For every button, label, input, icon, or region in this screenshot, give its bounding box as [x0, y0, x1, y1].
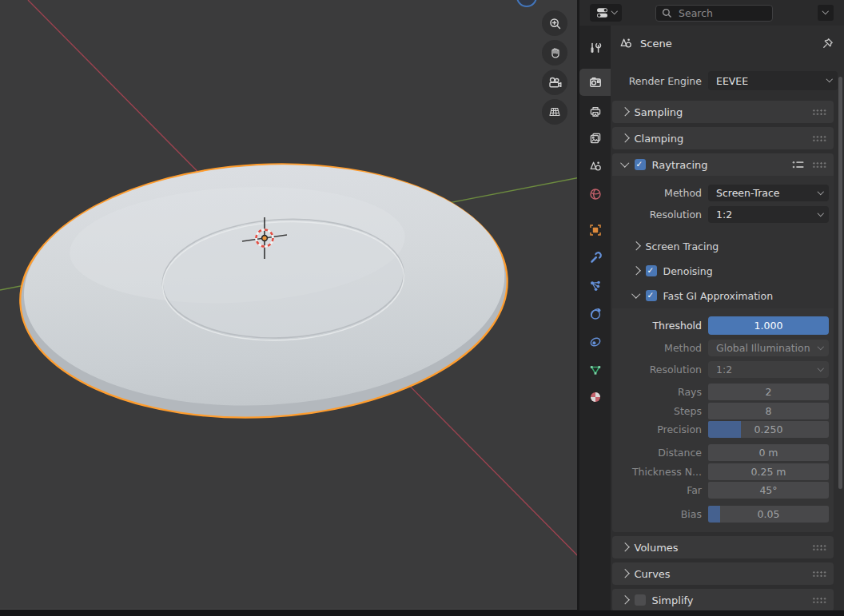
status-bar: [0, 610, 844, 616]
render-icon: [588, 75, 603, 89]
thickness-label: Thickness N...: [612, 466, 702, 478]
panel-title: Curves: [635, 568, 671, 580]
presets-menu-icon[interactable]: [792, 160, 804, 170]
3d-viewport[interactable]: [0, 0, 577, 610]
method-dropdown[interactable]: Screen-Trace: [708, 185, 829, 201]
thickness-value: 0.25 m: [751, 466, 786, 478]
properties-header: [579, 0, 844, 26]
tab-object-data[interactable]: [579, 356, 611, 384]
panel-volumes: Volumes: [612, 536, 834, 558]
chevron-down-icon: [822, 8, 829, 14]
raytracing-checkbox[interactable]: [635, 159, 646, 170]
tab-render[interactable]: [579, 69, 611, 96]
denoising-checkbox[interactable]: [646, 265, 657, 276]
simplify-checkbox[interactable]: [635, 594, 646, 606]
threshold-label: Threshold: [612, 320, 702, 332]
subpanel-denoising-header[interactable]: Denoising: [633, 262, 834, 280]
precision-field: 0.250: [708, 421, 829, 438]
drag-grip-icon[interactable]: [812, 109, 826, 115]
chevron-down-icon: [817, 189, 823, 195]
perspective-grid-button[interactable]: [542, 99, 567, 125]
resolution-value: 1:2: [716, 209, 815, 221]
camera-icon: [547, 76, 563, 89]
panel-simplify: Simplify: [612, 589, 834, 610]
subpanel-fast-gi-header[interactable]: Fast GI Approximation: [633, 287, 834, 304]
hand-icon: [548, 46, 562, 60]
chevron-down-icon: [826, 76, 832, 82]
tab-scene[interactable]: [579, 153, 611, 180]
chevron-down-icon: [620, 159, 629, 168]
zoom-button[interactable]: [542, 10, 567, 36]
chevron-right-icon: [631, 242, 640, 251]
method-label: Method: [612, 187, 702, 199]
render-engine-dropdown[interactable]: EEVEE: [708, 71, 838, 90]
properties-main: Scene Render Engine EEVEE: [611, 26, 844, 610]
tab-particles[interactable]: [579, 272, 611, 300]
scene-icon: [619, 36, 633, 50]
world-icon: [588, 187, 603, 201]
raytracing-body: Method Screen-Trace Resolution 1:2: [612, 176, 834, 532]
bias-label: Bias: [612, 508, 702, 520]
panel-simplify-header[interactable]: Simplify: [612, 589, 834, 610]
panel-clamping-header[interactable]: Clamping: [612, 127, 834, 149]
subpanel-screen-tracing-header[interactable]: Screen Tracing: [633, 237, 834, 255]
panel-raytracing-header[interactable]: Raytracing: [612, 153, 834, 176]
gi-method-row: Method Global Illumination: [612, 340, 834, 356]
search-icon: [662, 8, 672, 18]
drag-grip-icon[interactable]: [812, 161, 826, 168]
editor-type-button[interactable]: [590, 4, 622, 22]
tab-material[interactable]: [579, 384, 611, 411]
thickness-row: Thickness N... 0.25 m: [612, 463, 834, 480]
pan-button[interactable]: [542, 40, 567, 66]
panel-raytracing: Raytracing Method: [612, 153, 834, 532]
drag-grip-icon[interactable]: [812, 135, 826, 141]
tab-tool[interactable]: [579, 34, 611, 62]
search-input[interactable]: [677, 6, 760, 20]
properties-editor: Scene Render Engine EEVEE: [577, 0, 844, 610]
scrollbar[interactable]: [838, 77, 842, 489]
chevron-right-icon: [631, 267, 640, 276]
rays-field: 2: [708, 384, 829, 400]
resolution-label: Resolution: [612, 209, 702, 221]
fast-gi-checkbox[interactable]: [646, 290, 657, 301]
drag-grip-icon[interactable]: [812, 570, 826, 577]
chevron-right-icon: [620, 543, 629, 552]
camera-view-button[interactable]: [542, 70, 567, 95]
selected-object-plate[interactable]: [14, 152, 514, 429]
chevron-right-icon: [620, 108, 629, 117]
object-icon: [588, 223, 603, 237]
panel-curves-header[interactable]: Curves: [612, 562, 834, 585]
panel-menu-button[interactable]: [818, 5, 834, 21]
tab-view-layer[interactable]: [579, 125, 611, 152]
threshold-value: 1.000: [754, 320, 783, 332]
properties-editor-icon: [595, 6, 610, 20]
far-row: Far 45°: [612, 482, 834, 499]
panel-volumes-header[interactable]: Volumes: [612, 536, 834, 558]
precision-label: Precision: [612, 423, 702, 435]
tab-object[interactable]: [579, 217, 611, 244]
far-label: Far: [612, 484, 702, 496]
panel-sampling: Sampling: [612, 101, 834, 123]
tab-modifiers[interactable]: [579, 244, 611, 272]
chevron-down-icon: [817, 344, 823, 350]
resolution-dropdown[interactable]: 1:2: [708, 206, 829, 223]
distance-row: Distance 0 m: [612, 444, 834, 461]
bias-row: Bias 0.05: [612, 506, 834, 523]
tab-output[interactable]: [579, 98, 611, 125]
drag-grip-icon[interactable]: [812, 544, 826, 550]
tab-world[interactable]: [579, 181, 611, 208]
tab-physics[interactable]: [579, 300, 611, 328]
distance-label: Distance: [612, 447, 702, 459]
pin-icon[interactable]: [822, 37, 834, 50]
panel-sampling-header[interactable]: Sampling: [612, 101, 834, 123]
slider-fill: [708, 421, 741, 438]
search-box[interactable]: [655, 5, 773, 22]
chevron-right-icon: [620, 134, 629, 143]
gi-bias-group: Bias 0.05: [612, 506, 834, 523]
drag-grip-icon[interactable]: [812, 597, 826, 603]
scrollbar-thumb[interactable]: [838, 77, 842, 489]
threshold-slider[interactable]: 1.000: [708, 316, 829, 335]
steps-value: 8: [766, 405, 772, 417]
tab-constraints[interactable]: [579, 328, 611, 356]
subpanel-title: Fast GI Approximation: [663, 290, 774, 302]
